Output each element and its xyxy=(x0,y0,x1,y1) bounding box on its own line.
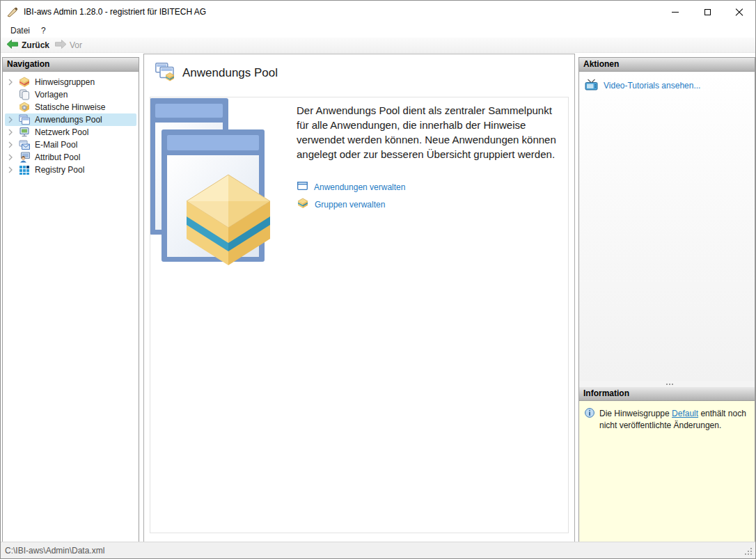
forward-button[interactable]: Vor xyxy=(54,39,86,52)
panel-splitter[interactable] xyxy=(579,381,755,387)
nav-item-label: Statische Hinweise xyxy=(35,102,105,112)
manage-groups-label: Gruppen verwalten xyxy=(315,200,385,210)
application-pool-illustration xyxy=(150,97,276,268)
actions-content: Video-Tutorials ansehen... xyxy=(579,72,755,381)
nav-item-label: Anwendungs Pool xyxy=(35,115,102,125)
nav-item-label: Registry Pool xyxy=(35,165,84,175)
resize-grip[interactable] xyxy=(745,548,753,556)
expand-chevron-icon[interactable] xyxy=(8,166,19,173)
window-outline-icon xyxy=(297,182,308,192)
nav-item-netzwerk-pool[interactable]: Netzwerk Pool xyxy=(5,126,136,139)
nav-item-anwendungs-pool[interactable]: Anwendungs Pool xyxy=(5,113,136,126)
expand-chevron-icon[interactable] xyxy=(8,129,19,136)
attribute-user-icon xyxy=(19,152,31,163)
close-icon xyxy=(735,8,743,16)
navigation-tree: Hinweisgruppen Vorlagen xyxy=(3,72,139,176)
status-bar: C:\IBI-aws\Admin\Data.xml xyxy=(1,542,755,558)
templates-papers-icon xyxy=(19,89,31,100)
expand-chevron-icon[interactable] xyxy=(8,79,19,86)
nav-item-label: E-Mail Pool xyxy=(35,140,77,150)
application-windows-icon xyxy=(19,114,31,125)
window-title: IBI-aws Admin 1.28.0 - registriert für I… xyxy=(24,7,206,17)
navigation-panel: Navigation Hinweisgruppen xyxy=(2,57,139,542)
expand-chevron-icon[interactable] xyxy=(8,154,19,161)
email-envelope-icon xyxy=(19,139,31,150)
info-text-before: Die Hinweisgruppe xyxy=(599,409,672,418)
minimize-icon xyxy=(672,12,679,13)
nav-item-label: Hinweisgruppen xyxy=(35,77,95,87)
menu-bar: Datei ? xyxy=(1,23,755,38)
forward-button-label: Vor xyxy=(70,40,82,50)
manage-groups-link[interactable]: Gruppen verwalten xyxy=(297,198,385,211)
notes-group-box-icon xyxy=(19,77,31,88)
actions-header: Aktionen xyxy=(579,58,755,72)
forward-arrow-icon xyxy=(55,40,66,51)
nav-item-email-pool[interactable]: E-Mail Pool xyxy=(5,139,136,151)
default-group-link[interactable]: Default xyxy=(672,409,698,418)
app-window: IBI-aws Admin 1.28.0 - registriert für I… xyxy=(0,0,756,559)
nav-item-label: Attribut Pool xyxy=(35,152,80,162)
back-arrow-icon xyxy=(7,40,18,51)
menu-help[interactable]: ? xyxy=(36,24,52,37)
window-controls xyxy=(659,1,755,23)
maximize-icon xyxy=(704,9,711,15)
resize-grip-dots-icon xyxy=(745,548,746,549)
nav-item-attribut-pool[interactable]: Attribut Pool xyxy=(5,151,136,164)
expand-chevron-icon[interactable] xyxy=(8,141,19,148)
splitter-grip-icon xyxy=(666,384,668,385)
expand-chevron-icon[interactable] xyxy=(8,116,19,123)
nav-item-label: Vorlagen xyxy=(35,90,68,100)
nav-item-vorlagen[interactable]: Vorlagen xyxy=(5,88,136,101)
information-content: Die Hinweisgruppe Default enthält noch n… xyxy=(579,401,755,542)
minimize-button[interactable] xyxy=(659,1,691,23)
information-message: Die Hinweisgruppe Default enthält noch n… xyxy=(599,408,749,542)
page-title: Anwendungs Pool xyxy=(182,66,278,80)
manage-applications-label: Anwendungen verwalten xyxy=(314,182,405,192)
main-inner-box: Der Anwendungs Pool dient als zentraler … xyxy=(150,97,569,533)
tv-icon xyxy=(585,79,598,93)
info-icon xyxy=(585,408,594,542)
toolbar: Zurück Vor xyxy=(1,38,755,53)
main-content-panel: Anwendungs Pool xyxy=(143,54,575,542)
video-tutorials-link[interactable]: Video-Tutorials ansehen... xyxy=(585,79,700,93)
nav-item-statische-hinweise[interactable]: Statische Hinweise xyxy=(5,101,136,113)
information-header: Information xyxy=(579,387,755,401)
application-pool-header-icon xyxy=(155,63,176,85)
back-button[interactable]: Zurück xyxy=(6,39,54,52)
network-monitor-icon xyxy=(19,127,31,138)
static-notes-box-icon xyxy=(19,102,31,113)
video-tutorials-label: Video-Tutorials ansehen... xyxy=(604,81,700,90)
right-side-panel: Aktionen Video-Tutorials ansehen... xyxy=(578,57,755,542)
menu-datei[interactable]: Datei xyxy=(5,24,36,37)
registry-tiles-icon xyxy=(19,164,31,175)
pool-description: Der Anwendungs Pool dient als zentraler … xyxy=(297,103,560,162)
close-button[interactable] xyxy=(723,1,755,23)
nav-item-label: Netzwerk Pool xyxy=(35,127,88,137)
maximize-button[interactable] xyxy=(691,1,723,23)
nav-item-hinweisgruppen[interactable]: Hinweisgruppen xyxy=(5,76,136,88)
title-bar: IBI-aws Admin 1.28.0 - registriert für I… xyxy=(1,1,755,23)
nav-item-registry-pool[interactable]: Registry Pool xyxy=(5,164,136,176)
back-button-label: Zurück xyxy=(22,40,49,50)
data-file-path: C:\IBI-aws\Admin\Data.xml xyxy=(1,546,104,556)
navigation-header: Navigation xyxy=(3,58,139,72)
app-logo-icon xyxy=(7,7,19,17)
manage-applications-link[interactable]: Anwendungen verwalten xyxy=(297,182,405,192)
group-box-icon xyxy=(297,198,308,211)
